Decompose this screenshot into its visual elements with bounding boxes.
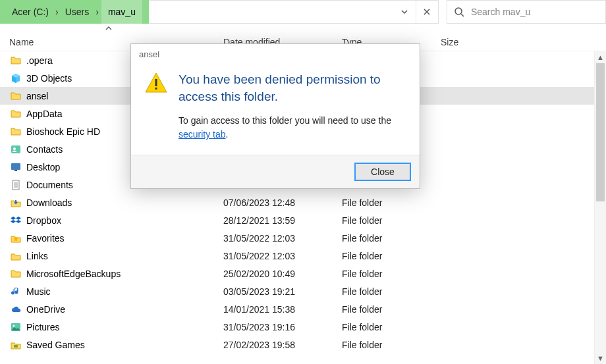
scroll-up-icon[interactable]: ▲ [595, 51, 606, 63]
file-name: Saved Games [26, 340, 85, 350]
history-button[interactable] [393, 1, 416, 23]
svg-point-3 [13, 147, 16, 150]
file-type: File folder [342, 233, 441, 244]
file-name: Contacts [26, 144, 63, 155]
list-item[interactable]: Saved Games27/02/2023 19:58File folder [0, 336, 594, 353]
list-item[interactable]: OneDrive14/01/2021 15:38File folder [0, 300, 594, 318]
file-type: File folder [342, 269, 441, 279]
file-name: ansel [26, 91, 48, 101]
file-date: 14/01/2021 15:38 [223, 304, 342, 315]
address-bar: Acer (C:) › Users › mav_u Search mav_u [0, 0, 606, 24]
file-name: Favorites [26, 233, 65, 244]
contacts-icon [9, 143, 22, 156]
file-date: 31/05/2022 12:03 [223, 233, 342, 244]
file-type: File folder [342, 197, 441, 208]
file-type: File folder [342, 215, 441, 226]
file-date: 03/05/2023 19:21 [223, 286, 342, 297]
scroll-thumb[interactable] [596, 63, 605, 201]
file-date: 31/05/2022 12:03 [223, 251, 342, 261]
favorites-icon [9, 232, 22, 245]
svg-rect-4 [11, 163, 20, 170]
file-date: 25/02/2020 10:49 [223, 269, 342, 279]
file-name: Pictures [26, 322, 60, 332]
list-item[interactable]: Links31/05/2022 12:03File folder [0, 247, 594, 265]
file-name: Music [26, 286, 51, 297]
file-date: 27/02/2023 19:58 [223, 340, 342, 350]
svg-rect-15 [155, 79, 157, 86]
onedrive-icon [9, 303, 22, 316]
access-denied-dialog: ansel You have been denied permission to… [130, 43, 420, 189]
search-placeholder: Search mav_u [471, 7, 530, 17]
file-name: MicrosoftEdgeBackups [26, 269, 121, 279]
svg-rect-5 [14, 170, 17, 171]
list-item[interactable]: MicrosoftEdgeBackups25/02/2020 10:49File… [0, 265, 594, 282]
savedgames-icon [9, 338, 22, 351]
header-size[interactable]: Size [441, 37, 458, 47]
warning-icon [144, 71, 168, 95]
file-name: AppData [26, 109, 62, 119]
svg-point-0 [455, 8, 462, 14]
chevron-right-icon: › [93, 7, 101, 17]
file-type: File folder [342, 251, 441, 261]
folder-icon [9, 107, 22, 120]
dialog-title: ansel [131, 44, 420, 65]
downloads-icon [9, 196, 22, 209]
chevron-up-icon [105, 26, 112, 31]
file-name: Desktop [26, 162, 60, 172]
documents-icon [9, 178, 22, 192]
scrollbar[interactable]: ▲ ▼ [594, 51, 606, 364]
objects3d-icon [9, 72, 22, 85]
sort-chevron-row [0, 24, 606, 33]
file-name: Bioshock Epic HD [26, 126, 100, 137]
file-date: 07/06/2023 12:48 [223, 197, 342, 208]
close-path-button[interactable] [416, 1, 438, 23]
file-date: 28/12/2021 13:59 [223, 215, 342, 226]
file-name: Dropbox [26, 215, 61, 226]
folder-icon [9, 125, 22, 138]
list-item[interactable]: Dropbox28/12/2021 13:59File folder [0, 211, 594, 229]
folder-icon [9, 267, 22, 280]
desktop-icon [9, 161, 22, 174]
breadcrumb-item-current[interactable]: mav_u [101, 0, 142, 24]
dialog-body: To gain access to this folder you will n… [179, 114, 406, 142]
breadcrumb[interactable]: Acer (C:) › Users › mav_u [0, 0, 149, 24]
file-type: File folder [342, 286, 441, 297]
list-item[interactable]: Favorites31/05/2022 12:03File folder [0, 229, 594, 247]
pictures-icon [9, 321, 22, 334]
links-icon [9, 249, 22, 263]
svg-rect-2 [11, 145, 20, 153]
security-tab-link[interactable]: security tab [179, 129, 226, 140]
music-icon [9, 285, 22, 298]
chevron-right-icon: › [53, 7, 61, 17]
list-item[interactable]: Downloads07/06/2023 12:48File folder [0, 194, 594, 211]
svg-rect-16 [155, 88, 157, 90]
file-type: File folder [342, 340, 441, 350]
file-name: Documents [26, 180, 73, 190]
svg-line-1 [461, 14, 464, 16]
file-name: 3D Objects [26, 73, 72, 84]
folder-icon [9, 54, 22, 67]
scroll-down-icon[interactable]: ▼ [595, 352, 606, 364]
svg-point-12 [13, 325, 15, 326]
breadcrumb-item[interactable]: Acer (C:) [8, 7, 53, 17]
file-type: File folder [342, 304, 441, 315]
file-name: OneDrive [26, 304, 65, 315]
file-name: .opera [26, 55, 53, 66]
address-bar-end [149, 0, 439, 24]
search-input[interactable]: Search mav_u [447, 0, 606, 24]
dialog-heading: You have been denied permission to acces… [179, 71, 406, 105]
dropbox-icon [9, 214, 22, 227]
svg-rect-13 [14, 345, 18, 348]
folder-icon [9, 90, 22, 103]
list-item[interactable]: Music03/05/2023 19:21File folder [0, 282, 594, 300]
file-name: Downloads [26, 197, 72, 208]
breadcrumb-item[interactable]: Users [61, 7, 94, 17]
list-item[interactable]: Pictures31/05/2023 19:16File folder [0, 318, 594, 336]
close-button[interactable]: Close [355, 163, 410, 180]
search-icon [454, 7, 464, 17]
file-date: 31/05/2023 19:16 [223, 322, 342, 332]
file-type: File folder [342, 322, 441, 332]
file-name: Links [26, 251, 48, 261]
